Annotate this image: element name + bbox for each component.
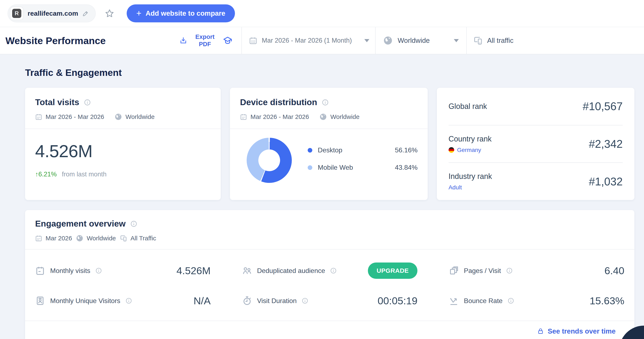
plus-icon: + — [136, 9, 142, 18]
change-up-value: ↑6.21% — [35, 170, 57, 178]
add-website-to-compare-button[interactable]: + Add website to compare — [127, 4, 235, 22]
info-icon[interactable] — [506, 267, 513, 274]
metric-label: Monthly Unique Visitors — [50, 297, 120, 305]
mobile-dot — [308, 165, 312, 170]
metric-bounce-rate: Bounce Rate 15.63% — [449, 287, 624, 315]
calendar-icon — [249, 36, 257, 45]
desktop-label: Desktop — [318, 146, 342, 154]
legend-row-desktop: Desktop 56.16% — [308, 146, 418, 154]
industry-link[interactable]: Adult — [448, 184, 462, 191]
engagement-footer: See trends over time — [25, 320, 634, 339]
engagement-header: Engagement overview Mar 2026 Worldwide — [25, 210, 634, 249]
global-rank-value: #10,567 — [582, 100, 623, 113]
desktop-value: 56.16% — [395, 146, 418, 154]
metric-label: Deduplicated audience — [257, 267, 325, 275]
engagement-geo: Worldwide — [87, 235, 116, 242]
device-distribution-date: Mar 2026 - Mar 2026 — [250, 113, 309, 120]
favorite-star-icon[interactable] — [104, 8, 114, 18]
website-favicon: R — [10, 7, 24, 20]
info-icon[interactable] — [322, 99, 329, 106]
country-rank-value: #2,342 — [589, 138, 623, 150]
country-selector[interactable]: Worldwide — [375, 27, 466, 54]
metric-visit-duration: Visit Duration 00:05:19 — [242, 287, 418, 315]
favicon-letter: R — [12, 9, 21, 18]
devices-icon — [473, 36, 483, 45]
lock-icon — [537, 328, 544, 334]
total-visits-card: Total visits Mar 2026 - Mar 2026 — [25, 88, 221, 200]
device-distribution-title: Device distribution — [240, 98, 317, 107]
export-pdf-button[interactable]: Export PDF — [193, 33, 217, 48]
date-range-selector[interactable]: Mar 2026 - Mar 2026 (1 Month) — [242, 27, 375, 54]
mobile-value: 43.84% — [395, 164, 418, 172]
device-distribution-header: Device distribution Mar 2026 - Mar 2026 — [230, 88, 428, 128]
calendar-icon — [240, 113, 247, 120]
metric-value: 4.526M — [176, 265, 210, 276]
desktop-dot — [308, 148, 312, 152]
total-visits-title: Total visits — [35, 98, 79, 107]
info-icon[interactable] — [95, 267, 102, 274]
metric-value: N/A — [194, 295, 211, 306]
compare-button-label: Add website to compare — [146, 10, 225, 17]
see-trends-link[interactable]: See trends over time — [537, 327, 616, 335]
download-icon[interactable] — [179, 36, 188, 45]
website-chip: R reallifecam.com — [8, 4, 96, 22]
page-title: Website Performance — [0, 35, 170, 46]
metric-pages-per-visit: Pages / Visit 6.40 — [449, 257, 624, 285]
total-visits-body: 4.526M ↑6.21% from last month — [25, 129, 221, 178]
calendar-icon — [35, 113, 42, 120]
device-legend: Desktop 56.16% Mobile Web 43.84% — [308, 146, 418, 172]
legend-row-mobile: Mobile Web 43.84% — [308, 164, 418, 172]
metric-label: Monthly visits — [50, 267, 90, 275]
info-icon[interactable] — [302, 298, 308, 304]
globe-icon — [320, 113, 327, 120]
info-icon[interactable] — [330, 267, 337, 274]
bounce-arrow-icon — [449, 296, 459, 306]
graduation-cap-icon[interactable] — [222, 36, 233, 46]
info-icon[interactable] — [508, 298, 514, 304]
see-trends-label: See trends over time — [548, 327, 616, 335]
traffic-type-selector[interactable]: All traffic — [466, 27, 644, 54]
device-distribution-geo: Worldwide — [330, 113, 360, 120]
metric-label: Visit Duration — [257, 297, 297, 305]
export-group: Export PDF — [170, 27, 242, 54]
calendar-icon — [35, 266, 45, 276]
top-bar: R reallifecam.com + Add website to compa… — [0, 0, 644, 27]
chevron-down-icon — [454, 39, 459, 42]
engagement-overview-card: Engagement overview Mar 2026 Worldwide — [25, 210, 634, 339]
total-visits-header: Total visits Mar 2026 - Mar 2026 — [25, 88, 221, 128]
country-rank-row: Country rank Germany #2,342 — [437, 126, 634, 162]
devices-icon — [120, 234, 127, 242]
metric-value: 15.63% — [590, 295, 624, 306]
country-value: Worldwide — [398, 36, 430, 44]
info-icon[interactable] — [84, 99, 91, 106]
page-header: Website Performance Export PDF Mar 2026 … — [0, 27, 644, 54]
edit-pencil-icon[interactable] — [82, 10, 89, 17]
chevron-down-icon — [364, 39, 369, 42]
upgrade-button[interactable]: UPGRADE — [368, 262, 418, 279]
country-rank-label: Country rank — [448, 134, 492, 143]
metric-label: Bounce Rate — [464, 297, 502, 305]
total-visits-date: Mar 2026 - Mar 2026 — [46, 113, 104, 120]
rank-card: Global rank #10,567 Country rank Germany… — [437, 88, 634, 200]
metric-monthly-visits: Monthly visits 4.526M — [35, 257, 211, 285]
overview-cards-row: Total visits Mar 2026 - Mar 2026 — [25, 88, 634, 200]
industry-rank-label: Industry rank — [448, 172, 492, 181]
metric-monthly-unique-visitors: Monthly Unique Visitors N/A — [35, 287, 211, 315]
traffic-engagement-section: Traffic & Engagement Total visits Mar 20… — [0, 54, 644, 339]
total-visits-value: 4.526M — [35, 141, 211, 161]
industry-rank-value: #1,032 — [589, 175, 623, 188]
industry-rank-row: Industry rank Adult #1,032 — [437, 163, 634, 200]
global-rank-row: Global rank #10,567 — [437, 88, 634, 125]
country-link[interactable]: Germany — [457, 147, 481, 154]
visitor-badge-icon — [35, 296, 45, 306]
globe-icon — [114, 113, 122, 120]
metric-value: 6.40 — [604, 265, 624, 276]
stopwatch-icon — [242, 296, 252, 306]
info-icon[interactable] — [126, 298, 132, 304]
info-icon[interactable] — [130, 220, 137, 228]
metric-value: 00:05:19 — [378, 295, 418, 306]
engagement-traffic: All Traffic — [130, 235, 156, 242]
device-donut — [247, 138, 292, 183]
calendar-icon — [35, 235, 42, 242]
global-rank-label: Global rank — [448, 102, 487, 111]
